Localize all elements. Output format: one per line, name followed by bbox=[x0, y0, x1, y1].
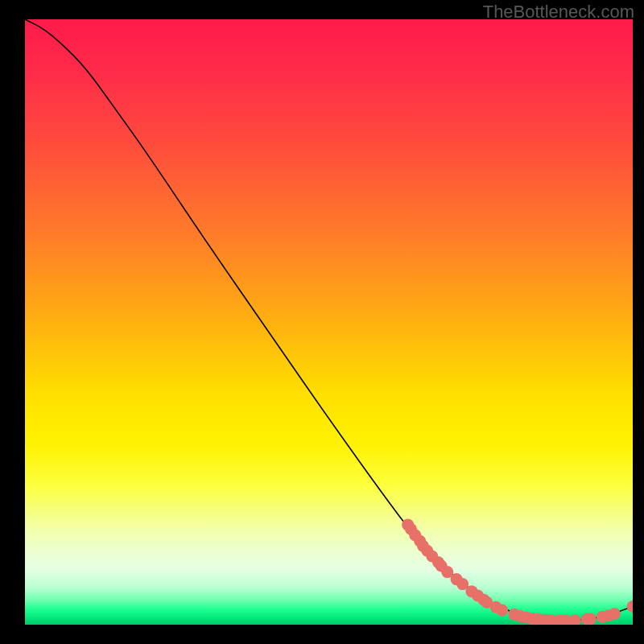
chart-marker bbox=[496, 604, 508, 616]
chart-marker bbox=[609, 608, 621, 620]
chart-marker bbox=[569, 614, 581, 625]
chart-overlay bbox=[25, 19, 633, 625]
chart-plot-area bbox=[25, 19, 633, 625]
chart-curve bbox=[25, 19, 633, 621]
chart-marker bbox=[584, 613, 597, 625]
watermark-text: TheBottleneck.com bbox=[483, 2, 634, 23]
chart-marker bbox=[627, 601, 634, 613]
chart-markers bbox=[402, 518, 633, 625]
